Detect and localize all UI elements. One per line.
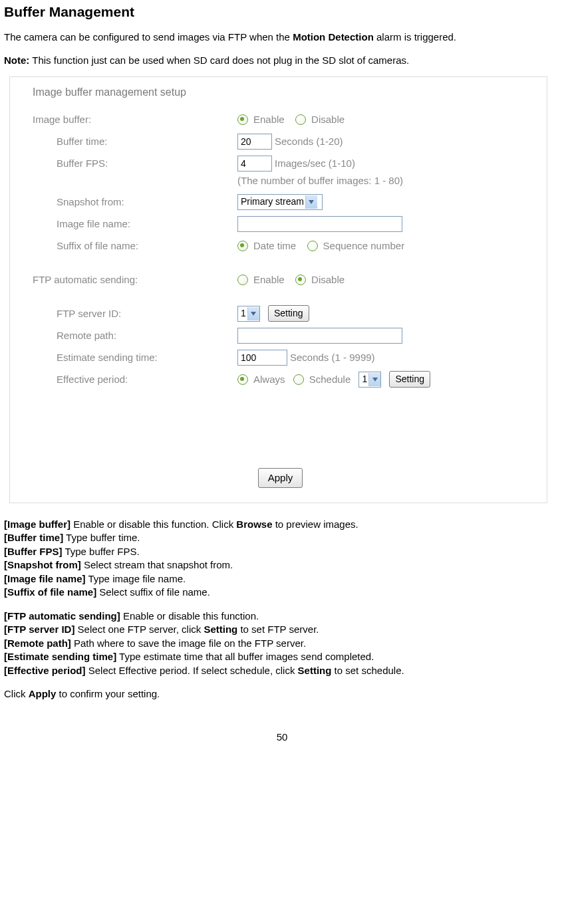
select-value: 1 <box>362 373 367 386</box>
radio-effective-always[interactable] <box>237 374 248 385</box>
def-key: [Image file name] <box>4 573 86 584</box>
radio-suffix-datetime[interactable] <box>237 241 248 251</box>
chevron-down-icon <box>247 307 259 320</box>
def-text-bold: Setting <box>204 624 237 635</box>
def-text: Enable or disable this function. <box>120 610 259 622</box>
radio-label: Date time <box>253 239 296 253</box>
input-estimate-time[interactable] <box>237 350 287 366</box>
radio-label: Disable <box>311 113 345 126</box>
settings-panel: Image buffer management setup Image buff… <box>9 76 547 503</box>
unit-text: Seconds (1 - 9999) <box>290 351 375 364</box>
label-buffer-time: Buffer time: <box>33 135 237 148</box>
def-text: to preview images. <box>273 519 358 530</box>
radio-effective-schedule[interactable] <box>293 374 304 385</box>
def-key: [Image buffer] <box>4 519 70 530</box>
note-label: Note: <box>4 55 29 66</box>
label-snapshot-from: Snapshot from: <box>33 195 237 209</box>
def-text: to set FTP server. <box>237 624 319 635</box>
select-value: 1 <box>241 307 246 320</box>
ftp-setting-button[interactable]: Setting <box>268 305 309 322</box>
def-text-bold: Setting <box>298 665 332 676</box>
label-remote-path: Remote path: <box>33 329 237 342</box>
unit-text: Seconds (1-20) <box>275 135 343 148</box>
row-image-file-name: Image file name: <box>33 215 528 233</box>
def-text: Select Effective period. If select sched… <box>86 665 298 676</box>
select-schedule-id[interactable]: 1 <box>358 372 381 388</box>
row-buffer-time: Buffer time: Seconds (1-20) <box>33 133 528 150</box>
radio-label: Schedule <box>309 373 351 386</box>
buffer-images-note: (The number of buffer images: 1 - 80) <box>237 174 528 187</box>
radio-label: Enable <box>253 273 285 287</box>
label-suffix: Suffix of file name: <box>33 239 237 253</box>
panel-title: Image buffer management setup <box>33 85 528 100</box>
def-text-bold: Browse <box>236 519 272 530</box>
text-bold: Apply <box>29 688 57 699</box>
def-text: Select one FTP server, click <box>74 624 204 635</box>
row-ftp-auto: FTP automatic sending: Enable Disable <box>33 271 528 289</box>
row-effective-period: Effective period: Always Schedule 1 Sett… <box>33 371 528 388</box>
def-text: Type estimate time that all buffer image… <box>116 651 374 662</box>
select-value: Primary stream <box>241 195 304 208</box>
label-effective-period: Effective period: <box>33 373 237 386</box>
radio-ftp-disable[interactable] <box>295 275 306 285</box>
row-ftp-server-id: FTP server ID: 1 Setting <box>33 305 528 322</box>
definitions-block-1: [Image buffer] Enable or disable this fu… <box>4 518 560 599</box>
radio-label: Always <box>253 373 285 386</box>
row-snapshot-from: Snapshot from: Primary stream <box>33 193 528 211</box>
radio-label: Enable <box>253 113 285 126</box>
chevron-down-icon <box>305 195 317 209</box>
label-image-buffer: Image buffer: <box>33 113 237 126</box>
row-estimate-time: Estimate sending time: Seconds (1 - 9999… <box>33 349 528 366</box>
select-snapshot-from[interactable]: Primary stream <box>237 194 323 210</box>
def-text: Path where to save the image file on the… <box>71 637 306 649</box>
text: alarm is triggered. <box>374 31 456 43</box>
def-key: [FTP server ID] <box>4 624 74 635</box>
label-buffer-fps: Buffer FPS: <box>33 157 237 170</box>
page-number: 50 <box>4 731 560 744</box>
apply-button[interactable]: Apply <box>258 468 303 488</box>
label-ftp-auto: FTP automatic sending: <box>33 273 237 287</box>
input-buffer-fps[interactable] <box>237 156 272 172</box>
radio-image-buffer-disable[interactable] <box>295 114 306 125</box>
def-text: Select stream that snapshot from. <box>81 559 233 570</box>
def-text: Type buffer FPS. <box>63 546 140 557</box>
select-ftp-server-id[interactable]: 1 <box>237 306 260 322</box>
radio-image-buffer-enable[interactable] <box>237 114 248 125</box>
row-buffer-fps: Buffer FPS: Images/sec (1-10) <box>33 155 528 172</box>
text-bold: Motion Detection <box>293 31 374 43</box>
input-buffer-time[interactable] <box>237 134 272 150</box>
def-text: Enable or disable this function. Click <box>70 519 236 530</box>
radio-ftp-enable[interactable] <box>237 275 248 285</box>
def-key: [Snapshot from] <box>4 559 81 570</box>
def-key: [Buffer time] <box>4 532 63 543</box>
radio-suffix-seqnum[interactable] <box>307 241 318 251</box>
def-text: Select suffix of file name. <box>96 586 210 598</box>
radio-label: Sequence number <box>323 239 405 253</box>
def-text: to set schedule. <box>331 665 404 676</box>
chevron-down-icon <box>368 373 380 386</box>
text: This function just can be used when SD c… <box>29 55 409 66</box>
schedule-setting-button[interactable]: Setting <box>389 371 430 388</box>
def-text: Type image file name. <box>86 573 186 584</box>
radio-label: Disable <box>311 273 345 287</box>
page-title: Buffer Management <box>4 3 560 21</box>
def-key: [Estimate sending time] <box>4 651 116 662</box>
row-suffix: Suffix of file name: Date time Sequence … <box>33 237 528 255</box>
label-ftp-server-id: FTP server ID: <box>33 307 237 320</box>
input-remote-path[interactable] <box>237 328 402 344</box>
input-image-file-name[interactable] <box>237 216 402 232</box>
def-text: Type buffer time. <box>63 532 140 543</box>
outro-text: Click Apply to confirm your setting. <box>4 687 560 701</box>
text: The camera can be configured to send ima… <box>4 31 293 43</box>
def-key: [Suffix of file name] <box>4 586 96 598</box>
unit-text: Images/sec (1-10) <box>275 157 355 170</box>
def-key: [Buffer FPS] <box>4 546 63 557</box>
row-remote-path: Remote path: <box>33 327 528 344</box>
definitions-block-2: [FTP automatic sending] Enable or disabl… <box>4 610 560 677</box>
def-key: [Remote path] <box>4 637 71 649</box>
label-estimate-time: Estimate sending time: <box>33 351 237 364</box>
text: Click <box>4 688 29 699</box>
row-image-buffer: Image buffer: Enable Disable <box>33 111 528 128</box>
label-image-file-name: Image file name: <box>33 217 237 231</box>
def-key: [Effective period] <box>4 665 86 676</box>
